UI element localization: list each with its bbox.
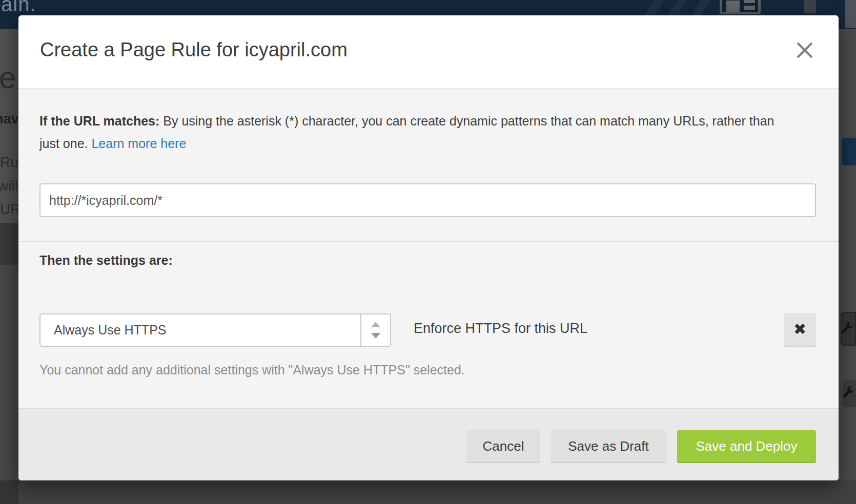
screen: ain. e nav Ru will UR [0,0,856,504]
background-heading-fragment: e [0,60,16,95]
background-ui-fragment [845,0,856,28]
save-as-draft-button[interactable]: Save as Draft [551,430,666,462]
background-page-right-edge [839,29,856,480]
background-corner-fragment [0,480,18,504]
remove-setting-button[interactable]: ✖ [784,313,816,346]
setting-select[interactable]: Always Use HTTPS [39,313,391,347]
settings-note: You cannot add any additional settings w… [39,363,465,377]
modal-footer: Cancel Save as Draft Save and Deploy [18,408,839,480]
wrench-icon [841,386,855,401]
layout-icon-bar [744,0,755,3]
background-blue-button-fragment [842,138,856,165]
background-text-fragment: Ru [0,154,18,171]
background-domain-text: ain. [1,0,36,16]
background-table-header-fragment [0,223,18,265]
close-icon[interactable] [796,41,814,59]
background-text-fragment: UR [0,201,18,218]
layout-icon-square [726,1,740,12]
url-pattern-input[interactable] [39,183,816,217]
setting-description: Enforce HTTPS for this URL [414,321,587,337]
chevron-up-icon [371,322,380,327]
save-and-deploy-button[interactable]: Save and Deploy [677,430,816,462]
background-ui-fragment [804,0,816,13]
chevron-down-icon [371,333,380,339]
remove-x-icon: ✖ [793,321,806,338]
url-match-description: If the URL matches: By using the asteris… [39,110,793,155]
background-page-left-edge: e nav Ru will UR [0,29,18,480]
modal-title: Create a Page Rule for icyapril.com [40,39,348,61]
background-edit-button-fragment [841,312,856,346]
url-match-label: If the URL matches: [39,114,159,128]
setting-select-value: Always Use HTTPS [54,314,166,346]
learn-more-link[interactable]: Learn more here [91,136,186,151]
layout-icon [720,0,761,14]
settings-heading: Then the settings are: [39,253,173,268]
create-page-rule-modal: Create a Page Rule for icyapril.com If t… [18,15,839,480]
background-text-fragment: will [0,178,18,194]
select-spinner[interactable] [360,314,390,346]
background-edit-button-fragment [843,380,856,407]
background-text-fragment: nav [0,111,18,127]
layout-icon-bar [744,6,755,10]
background-table-fragment [0,265,18,480]
cancel-button[interactable]: Cancel [466,430,540,462]
wrench-icon [840,322,854,336]
section-divider [18,241,839,242]
modal-header: Create a Page Rule for icyapril.com [18,15,839,89]
background-page-bottom-edge [0,480,856,504]
